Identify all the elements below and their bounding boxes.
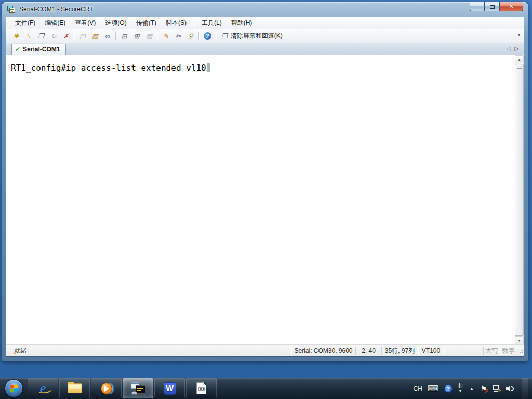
terminal-line: RT1_config#ip access-list extended vl10 — [11, 63, 206, 73]
desktop: { "window": { "title": "Serial-COM1 - Se… — [0, 0, 532, 399]
help-icon[interactable]: ? — [202, 31, 213, 41]
toolbar: ✱ϟ❐↻✗▤▥∞⊟⊞▦✎✂⚲? ❐ 清除屏幕和回滚(K) ▾ — [6, 29, 524, 43]
clear-screen-label: 清除屏幕和回滚(K) — [231, 32, 283, 41]
action-center-error-badge: ✗ — [485, 388, 489, 394]
menu-script[interactable]: 脚本(S) — [161, 17, 191, 29]
menu-help[interactable]: 帮助(H) — [227, 17, 257, 29]
menu-view[interactable]: 查看(V) — [70, 17, 100, 29]
quick-connect-icon[interactable]: ϟ — [23, 31, 34, 41]
connect-icon[interactable]: ✱ — [10, 31, 22, 41]
menu-options[interactable]: 选项(O) — [100, 17, 131, 29]
maximize-button[interactable] — [485, 2, 500, 11]
toolbar-overflow-button[interactable]: ▾ — [516, 32, 522, 38]
keymap-icon[interactable]: ⚲ — [185, 31, 196, 41]
window-controls: — ✕ — [470, 2, 523, 11]
keyboard-icon[interactable]: ⌨ — [428, 384, 439, 393]
resize-grip[interactable] — [516, 347, 524, 355]
securecrt-terminal-icon — [131, 382, 145, 395]
menu-group-left: 文件(F)编辑(E)查看(V)选项(O)传输(T)脚本(S) — [10, 17, 191, 29]
menu-tools[interactable]: 工具(L) — [197, 17, 227, 29]
find-icon[interactable]: ∞ — [102, 31, 113, 41]
title-bar[interactable]: Serial-COM1 - SecureCRT — ✕ — [2, 2, 528, 17]
taskbar-script-editor[interactable] — [186, 378, 217, 398]
show-desktop-button[interactable] — [522, 378, 528, 399]
status-serial: Serial: COM30, 9600 — [291, 347, 355, 355]
taskbar-media-player[interactable] — [91, 378, 122, 398]
reconnect-icon[interactable]: ↻ — [48, 31, 59, 41]
script-file-icon — [196, 382, 206, 394]
paste-icon[interactable]: ▥ — [89, 31, 101, 41]
show-hidden-icons-button[interactable]: ▲ — [470, 386, 474, 391]
menu-edit[interactable]: 编辑(E) — [40, 17, 70, 29]
print-setup-icon[interactable]: ⊞ — [131, 31, 142, 41]
tab-label: Serial-COM1 — [23, 46, 60, 53]
menu-divider — [194, 19, 194, 27]
windows-start-icon — [5, 379, 23, 397]
close-button[interactable]: ✕ — [500, 2, 523, 11]
minimize-button[interactable]: — — [470, 2, 485, 11]
tab-serial-com1[interactable]: ✔ Serial-COM1 — [11, 44, 66, 55]
system-tray: CH ⌨ ? ▼ ▲ ⚑ ✗ ⚠ — [414, 378, 532, 399]
network-warning-badge: ⚠ — [497, 388, 502, 393]
terminal-container: RT1_config#ip access-list extended vl10 … — [6, 55, 524, 344]
status-bar: 就绪 Serial: COM30, 9600 2, 40 35行, 97列 VT… — [6, 344, 524, 356]
media-player-icon — [100, 382, 113, 395]
volume-icon[interactable] — [506, 385, 514, 392]
tab-bar: ✔ Serial-COM1 ◁ ▷ — [6, 43, 524, 55]
clear-screen-icon: ❐ — [221, 32, 228, 40]
scroll-up-button[interactable]: ▲ — [515, 55, 524, 63]
maximize-icon — [490, 5, 495, 9]
securecrt-app-icon — [7, 6, 16, 14]
status-num-lock: 数字 — [500, 347, 516, 355]
window-title: Serial-COM1 - SecureCRT — [19, 6, 93, 13]
scrollbar-thumb[interactable] — [515, 64, 524, 336]
print-icon[interactable]: ▦ — [143, 31, 155, 41]
folder-icon — [68, 383, 82, 393]
vertical-scrollbar[interactable]: ▲ ▼ — [515, 55, 524, 344]
help-tray-icon[interactable]: ? — [444, 384, 453, 393]
terminal-screen[interactable]: RT1_config#ip access-list extended vl10 — [6, 55, 515, 344]
tab-scroll-right-button[interactable]: ▷ — [515, 45, 519, 52]
network-status-icon[interactable]: ⚠ — [492, 385, 500, 392]
menu-bar: 文件(F)编辑(E)查看(V)选项(O)传输(T)脚本(S) 工具(L)帮助(H… — [6, 17, 524, 29]
copy-icon[interactable]: ▤ — [77, 31, 88, 41]
status-ready: 就绪 — [6, 347, 291, 355]
connected-check-icon: ✔ — [15, 46, 20, 53]
taskbar-internet-explorer[interactable]: e — [28, 378, 58, 398]
menu-transfer[interactable]: 传输(T) — [131, 17, 161, 29]
menu-group-right: 工具(L)帮助(H) — [197, 17, 257, 29]
taskbar: e W CH ⌨ ? ▼ ▲ ⚑ ✗ ⚠ — [0, 378, 532, 399]
status-emulation: VT100 — [418, 347, 444, 355]
status-spare — [444, 347, 483, 355]
securecrt-window: Serial-COM1 - SecureCRT — ✕ 文件(F)编辑(E)查看… — [2, 2, 528, 361]
internet-explorer-icon: e — [40, 381, 46, 395]
taskbar-wps-writer[interactable]: W — [154, 378, 185, 398]
taskbar-windows-explorer[interactable] — [59, 378, 90, 398]
session-options-icon[interactable]: ✎ — [160, 31, 171, 41]
status-caps-lock: 大写 — [483, 347, 500, 355]
taskbar-securecrt-active[interactable] — [123, 378, 153, 398]
status-cursor-position: 2, 40 — [355, 347, 381, 355]
disconnect-icon[interactable]: ✗ — [60, 31, 72, 41]
global-options-icon[interactable]: ✂ — [172, 31, 184, 41]
scroll-down-button[interactable]: ▼ — [515, 336, 524, 344]
language-bar-options-icon[interactable]: ▼ — [458, 384, 463, 393]
window-client-area: 文件(F)编辑(E)查看(V)选项(O)传输(T)脚本(S) 工具(L)帮助(H… — [6, 17, 524, 357]
tab-scroll-arrows: ◁ ▷ — [506, 45, 519, 52]
clear-screen-button[interactable]: ❐ 清除屏幕和回滚(K) — [219, 31, 285, 42]
action-center-flag-icon[interactable]: ⚑ ✗ — [480, 384, 487, 393]
toolbar-buttons: ✱ϟ❐↻✗▤▥∞⊟⊞▦✎✂⚲? — [10, 31, 214, 41]
status-screen-size: 35行, 97列 — [381, 347, 418, 355]
menu-file[interactable]: 文件(F) — [10, 17, 40, 29]
tab-scroll-left-button[interactable]: ◁ — [506, 45, 510, 52]
print-preview-icon[interactable]: ⊟ — [118, 31, 130, 41]
start-button[interactable] — [0, 378, 27, 399]
connect-in-tab-icon[interactable]: ❐ — [35, 31, 47, 41]
terminal-cursor — [207, 63, 210, 72]
wps-writer-icon: W — [164, 382, 176, 395]
language-indicator[interactable]: CH — [414, 385, 422, 392]
